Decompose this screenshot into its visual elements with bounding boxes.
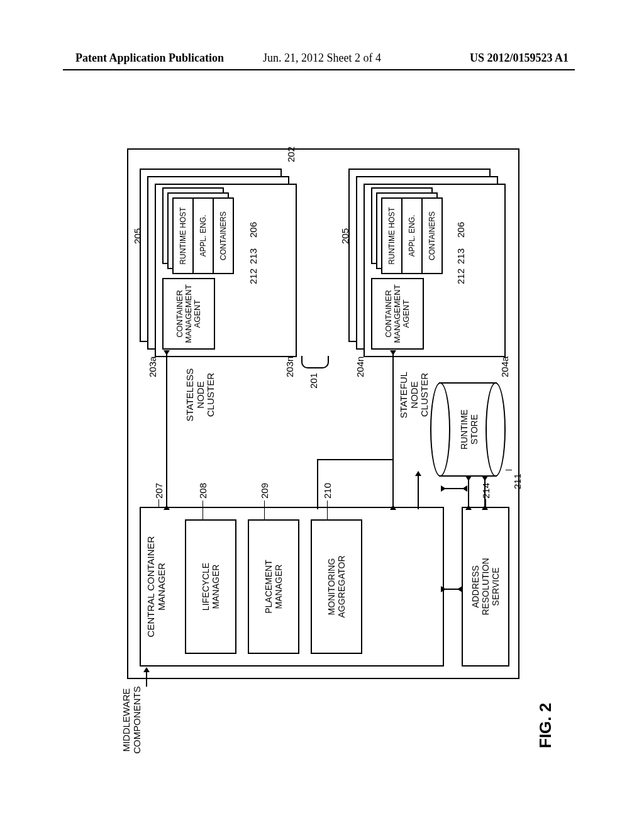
ref-214: 214 <box>480 483 491 499</box>
central-container-manager: CENTRAL CONTAINERMANAGER LIFECYCLEMANAGE… <box>140 507 444 667</box>
ref-202: 202 <box>286 147 296 162</box>
stateful-runtime-host: RUNTIME HOST <box>382 199 401 273</box>
arrow-ccm-stateless <box>166 351 167 509</box>
ref-204a: 204a <box>499 357 510 377</box>
arrow-ccm-ars <box>441 589 462 590</box>
store-label: RUNTIMESTORE <box>459 382 479 477</box>
ref-205a: 205 <box>132 228 143 244</box>
stateless-host-front: RUNTIME HOST APPL. ENG. CONTAINERS <box>172 197 234 274</box>
stateless-runtime-host: RUNTIME HOST <box>174 199 192 273</box>
ref-205b: 205 <box>340 228 350 244</box>
stateless-cma: CONTAINERMANAGEMENTAGENT <box>162 278 215 350</box>
lead-209 <box>264 501 265 519</box>
ref-203a: 203a <box>147 357 158 377</box>
ref-213b: 213 <box>455 248 466 264</box>
placement-manager: PLACEMENTMANAGER <box>248 519 299 654</box>
arrow-ccm-stateful-seg3 <box>392 351 394 509</box>
arrow-ccm-stateful-seg1 <box>317 459 318 509</box>
lead-214 <box>486 499 486 508</box>
stateful-cluster-label: STATEFULNODECLUSTER <box>399 363 430 426</box>
figure-label: FIG. 2 <box>536 703 555 748</box>
address-resolution-service: ADDRESSRESOLUTIONSERVICE <box>462 507 509 667</box>
lead-207 <box>158 499 159 508</box>
header-mid: Jun. 21, 2012 Sheet 2 of 4 <box>263 52 381 65</box>
ccm-title: CENTRAL CONTAINERMANAGER <box>146 508 167 665</box>
stateless-node-front: CONTAINERMANAGEMENTAGENT RUNTIME HOST AP… <box>155 184 297 357</box>
stateful-cluster: CONTAINERMANAGEMENTAGENT RUNTIME HOST AP… <box>348 169 506 357</box>
lifecycle-manager: LIFECYCLEMANAGER <box>185 519 236 654</box>
system-boundary: CENTRAL CONTAINERMANAGER LIFECYCLEMANAGE… <box>127 148 519 679</box>
ref-210: 210 <box>322 483 333 499</box>
stateless-cluster-label: STATELESSNODECLUSTER <box>185 363 216 426</box>
stateful-containers: CONTAINERS <box>421 199 441 273</box>
ref-212a: 212 <box>248 268 258 284</box>
header-left: Patent Application Publication <box>75 52 224 65</box>
arrow-ccm-stateful-seg2 <box>317 459 392 460</box>
ref-206a: 206 <box>248 222 258 238</box>
runtime-store: RUNTIMESTORE <box>430 382 506 477</box>
header-rule <box>63 69 575 70</box>
figure-stage: MIDDLEWARECOMPONENTS CENTRAL CONTAINERMA… <box>83 126 561 755</box>
ref-209: 209 <box>259 483 270 499</box>
store-top <box>430 382 450 477</box>
arrow-ccm-store-v <box>441 488 467 489</box>
stateless-appl-eng: APPL. ENG. <box>192 199 213 273</box>
middleware-label: MIDDLEWARECOMPONENTS <box>121 685 142 755</box>
ref-201: 201 <box>308 373 319 389</box>
ref-207: 207 <box>153 483 164 499</box>
lead-208 <box>203 501 203 519</box>
stateful-host-front: RUNTIME HOST APPL. ENG. CONTAINERS <box>381 197 443 274</box>
ref-208: 208 <box>197 483 208 499</box>
stateful-node-front: CONTAINERMANAGEMENTAGENT RUNTIME HOST AP… <box>364 184 506 357</box>
ref-212b: 212 <box>455 268 466 284</box>
arrow-ars-store <box>468 477 469 509</box>
lead-211 <box>506 470 512 470</box>
stateless-cluster: CONTAINERMANAGEMENTAGENT RUNTIME HOST AP… <box>140 169 297 357</box>
page: Patent Application Publication Jun. 21, … <box>0 0 644 830</box>
ref-204n: 204n <box>355 357 365 377</box>
stateful-appl-eng: APPL. ENG. <box>401 199 421 273</box>
stateless-containers: CONTAINERS <box>213 199 233 273</box>
store-bottom <box>486 382 506 477</box>
stateful-cma: CONTAINERMANAGEMENTAGENT <box>371 278 424 350</box>
ref-211: 211 <box>512 473 523 489</box>
monitoring-aggregator: MONITORINGAGGREGATOR <box>311 519 362 654</box>
ref-203n: 203n <box>284 357 295 377</box>
ref-206b: 206 <box>455 222 466 238</box>
arrow-ccm-store-h <box>418 472 419 509</box>
ref-213a: 213 <box>248 248 258 264</box>
lead-210 <box>327 501 328 519</box>
header-right: US 2012/0159523 A1 <box>470 52 569 65</box>
brace-201 <box>301 356 329 368</box>
